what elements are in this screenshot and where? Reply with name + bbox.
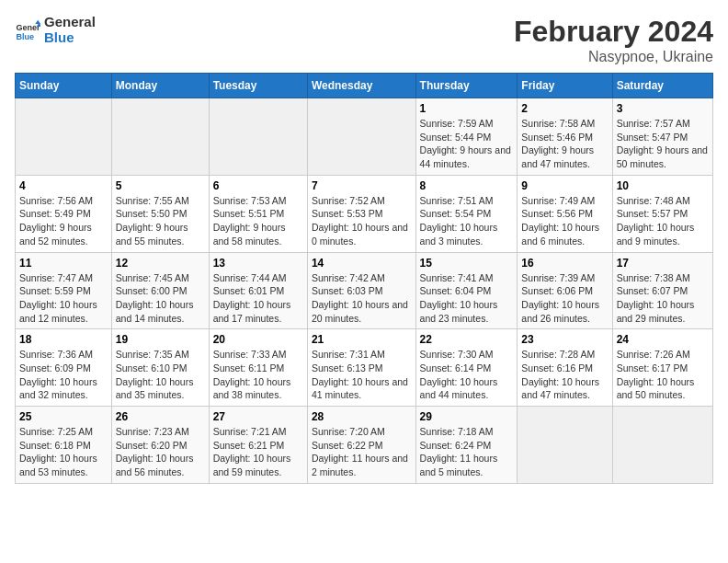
calendar-cell: 16Sunrise: 7:39 AMSunset: 6:06 PMDayligh…: [518, 252, 612, 329]
day-number: 21: [312, 333, 412, 346]
day-number: 6: [213, 179, 303, 192]
day-detail: Sunrise: 7:31 AMSunset: 6:13 PMDaylight:…: [312, 348, 412, 402]
day-detail: Sunrise: 7:39 AMSunset: 6:06 PMDaylight:…: [521, 271, 608, 326]
day-number: 23: [521, 333, 608, 346]
day-detail: Sunrise: 7:36 AMSunset: 6:09 PMDaylight:…: [19, 348, 108, 402]
week-row-2: 4Sunrise: 7:56 AMSunset: 5:49 PMDaylight…: [16, 175, 713, 252]
day-number: 1: [420, 102, 514, 115]
day-number: 15: [420, 257, 514, 270]
day-detail: Sunrise: 7:41 AMSunset: 6:04 PMDaylight:…: [420, 271, 514, 326]
day-detail: Sunrise: 7:51 AMSunset: 5:54 PMDaylight:…: [420, 194, 514, 248]
calendar-cell: 25Sunrise: 7:25 AMSunset: 6:18 PMDayligh…: [16, 407, 112, 484]
day-number: 8: [420, 179, 514, 192]
calendar-cell: 5Sunrise: 7:55 AMSunset: 5:50 PMDaylight…: [111, 175, 209, 252]
calendar-cell: 8Sunrise: 7:51 AMSunset: 5:54 PMDaylight…: [415, 175, 518, 252]
calendar-cell: [307, 98, 415, 176]
day-detail: Sunrise: 7:57 AMSunset: 5:47 PMDaylight:…: [617, 117, 709, 171]
title-area: February 2024 Nasypnoe, Ukraine: [514, 15, 713, 65]
day-number: 14: [312, 257, 412, 270]
calendar-cell: 13Sunrise: 7:44 AMSunset: 6:01 PMDayligh…: [209, 252, 307, 329]
calendar-cell: 10Sunrise: 7:48 AMSunset: 5:57 PMDayligh…: [612, 175, 712, 252]
day-detail: Sunrise: 7:45 AMSunset: 6:00 PMDaylight:…: [116, 271, 205, 326]
main-title: February 2024: [514, 15, 713, 49]
calendar-cell: [612, 407, 712, 484]
svg-marker-2: [35, 19, 40, 23]
column-header-monday: Monday: [111, 74, 209, 98]
day-detail: Sunrise: 7:42 AMSunset: 6:03 PMDaylight:…: [312, 271, 412, 326]
calendar-table: SundayMondayTuesdayWednesdayThursdayFrid…: [15, 73, 713, 484]
header-row: SundayMondayTuesdayWednesdayThursdayFrid…: [16, 74, 713, 98]
day-number: 10: [617, 179, 709, 192]
day-number: 22: [420, 333, 514, 346]
calendar-cell: [209, 98, 307, 176]
day-number: 11: [19, 257, 108, 270]
day-detail: Sunrise: 7:47 AMSunset: 5:59 PMDaylight:…: [19, 271, 108, 326]
calendar-cell: [518, 407, 612, 484]
calendar-cell: 4Sunrise: 7:56 AMSunset: 5:49 PMDaylight…: [16, 175, 112, 252]
day-number: 13: [213, 257, 303, 270]
header: General Blue General Blue February 2024 …: [15, 15, 713, 65]
subtitle: Nasypnoe, Ukraine: [514, 49, 713, 65]
column-header-sunday: Sunday: [16, 74, 112, 98]
day-detail: Sunrise: 7:18 AMSunset: 6:24 PMDaylight:…: [420, 425, 514, 479]
day-detail: Sunrise: 7:26 AMSunset: 6:17 PMDaylight:…: [617, 348, 709, 402]
day-number: 5: [116, 179, 205, 192]
calendar-cell: 19Sunrise: 7:35 AMSunset: 6:10 PMDayligh…: [111, 329, 209, 407]
calendar-cell: 20Sunrise: 7:33 AMSunset: 6:11 PMDayligh…: [209, 329, 307, 407]
day-number: 4: [19, 179, 108, 192]
calendar-cell: 27Sunrise: 7:21 AMSunset: 6:21 PMDayligh…: [209, 407, 307, 484]
calendar-cell: 14Sunrise: 7:42 AMSunset: 6:03 PMDayligh…: [307, 252, 415, 329]
calendar-cell: 23Sunrise: 7:28 AMSunset: 6:16 PMDayligh…: [518, 329, 612, 407]
day-number: 9: [521, 179, 608, 192]
calendar-cell: [16, 98, 112, 176]
svg-text:Blue: Blue: [16, 31, 34, 40]
day-detail: Sunrise: 7:20 AMSunset: 6:22 PMDaylight:…: [312, 425, 412, 479]
day-number: 17: [617, 257, 709, 270]
calendar-cell: 18Sunrise: 7:36 AMSunset: 6:09 PMDayligh…: [16, 329, 112, 407]
calendar-cell: 15Sunrise: 7:41 AMSunset: 6:04 PMDayligh…: [415, 252, 518, 329]
day-detail: Sunrise: 7:38 AMSunset: 6:07 PMDaylight:…: [617, 271, 709, 326]
calendar-cell: 26Sunrise: 7:23 AMSunset: 6:20 PMDayligh…: [111, 407, 209, 484]
calendar-cell: 11Sunrise: 7:47 AMSunset: 5:59 PMDayligh…: [16, 252, 112, 329]
day-detail: Sunrise: 7:23 AMSunset: 6:20 PMDaylight:…: [116, 425, 205, 479]
day-detail: Sunrise: 7:33 AMSunset: 6:11 PMDaylight:…: [213, 348, 303, 402]
column-header-tuesday: Tuesday: [209, 74, 307, 98]
calendar-cell: 9Sunrise: 7:49 AMSunset: 5:56 PMDaylight…: [518, 175, 612, 252]
calendar-cell: 2Sunrise: 7:58 AMSunset: 5:46 PMDaylight…: [518, 98, 612, 176]
column-header-thursday: Thursday: [415, 74, 518, 98]
logo-line1: General: [44, 15, 96, 30]
day-number: 2: [521, 102, 608, 115]
week-row-5: 25Sunrise: 7:25 AMSunset: 6:18 PMDayligh…: [16, 407, 713, 484]
day-number: 16: [521, 257, 608, 270]
day-detail: Sunrise: 7:44 AMSunset: 6:01 PMDaylight:…: [213, 271, 303, 326]
calendar-cell: 28Sunrise: 7:20 AMSunset: 6:22 PMDayligh…: [307, 407, 415, 484]
day-number: 29: [420, 410, 514, 423]
calendar-cell: 21Sunrise: 7:31 AMSunset: 6:13 PMDayligh…: [307, 329, 415, 407]
week-row-4: 18Sunrise: 7:36 AMSunset: 6:09 PMDayligh…: [16, 329, 713, 407]
day-detail: Sunrise: 7:48 AMSunset: 5:57 PMDaylight:…: [617, 194, 709, 248]
day-number: 24: [617, 333, 709, 346]
day-number: 18: [19, 333, 108, 346]
day-detail: Sunrise: 7:59 AMSunset: 5:44 PMDaylight:…: [420, 117, 514, 171]
column-header-saturday: Saturday: [612, 74, 712, 98]
calendar-cell: 6Sunrise: 7:53 AMSunset: 5:51 PMDaylight…: [209, 175, 307, 252]
day-number: 27: [213, 410, 303, 423]
column-header-friday: Friday: [518, 74, 612, 98]
calendar-cell: 12Sunrise: 7:45 AMSunset: 6:00 PMDayligh…: [111, 252, 209, 329]
calendar-cell: 3Sunrise: 7:57 AMSunset: 5:47 PMDaylight…: [612, 98, 712, 176]
day-detail: Sunrise: 7:53 AMSunset: 5:51 PMDaylight:…: [213, 194, 303, 248]
day-number: 12: [116, 257, 205, 270]
logo-icon: General Blue: [15, 17, 40, 43]
day-number: 20: [213, 333, 303, 346]
calendar-cell: 24Sunrise: 7:26 AMSunset: 6:17 PMDayligh…: [612, 329, 712, 407]
calendar-cell: 22Sunrise: 7:30 AMSunset: 6:14 PMDayligh…: [415, 329, 518, 407]
day-number: 7: [312, 179, 412, 192]
day-detail: Sunrise: 7:56 AMSunset: 5:49 PMDaylight:…: [19, 194, 108, 248]
day-detail: Sunrise: 7:58 AMSunset: 5:46 PMDaylight:…: [521, 117, 608, 171]
logo-line2: Blue: [44, 30, 96, 46]
calendar-cell: 7Sunrise: 7:52 AMSunset: 5:53 PMDaylight…: [307, 175, 415, 252]
calendar-cell: 29Sunrise: 7:18 AMSunset: 6:24 PMDayligh…: [415, 407, 518, 484]
logo: General Blue General Blue: [15, 15, 96, 45]
week-row-3: 11Sunrise: 7:47 AMSunset: 5:59 PMDayligh…: [16, 252, 713, 329]
calendar-cell: [111, 98, 209, 176]
